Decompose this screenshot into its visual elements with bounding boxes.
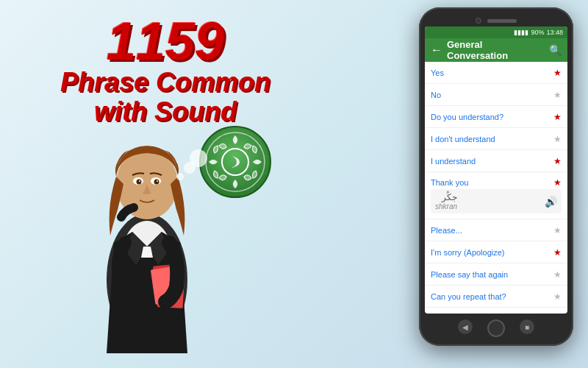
phrase-text: Please... <box>431 226 553 235</box>
star-icon[interactable]: ★ <box>553 225 562 236</box>
list-item[interactable]: I don't understand ★ <box>425 128 567 150</box>
romanized-text: shkran <box>435 202 457 210</box>
expanded-translation: جكُر shkran 🔊 <box>431 189 562 213</box>
phone-speaker <box>487 19 517 23</box>
translation-content: جكُر shkran <box>435 192 457 210</box>
svg-point-11 <box>157 180 158 182</box>
status-bar: ▮▮▮▮ 90% 13:48 <box>425 26 567 38</box>
list-item[interactable]: I'm sorry (Apologize) ★ <box>425 241 567 263</box>
app-title-number: 1159 <box>22 15 309 68</box>
audio-icon[interactable]: 🔊 <box>545 196 557 208</box>
star-icon[interactable]: ★ <box>553 90 562 100</box>
phrase-text: Yes <box>431 68 553 77</box>
phrase-list[interactable]: Yes ★ No ★ Do you understand? ★ I don't … <box>425 62 567 314</box>
phrase-text: I'm sorry (Apologize) <box>431 248 553 257</box>
star-icon[interactable]: ★ <box>553 68 562 78</box>
star-icon[interactable]: ★ <box>553 177 562 188</box>
phone-body: ▮▮▮▮ 90% 13:48 ← General Conversation 🔍 … <box>419 7 573 346</box>
svg-point-10 <box>154 180 159 185</box>
search-icon[interactable]: 🔍 <box>549 44 562 56</box>
app-nav-bar: ← General Conversation 🔍 <box>425 38 567 62</box>
screen-title: General Conversation <box>447 39 545 61</box>
arabic-text: جكُر <box>435 192 457 202</box>
star-icon[interactable]: ★ <box>553 269 562 280</box>
phrase-row: Thank you ★ <box>431 177 562 188</box>
phone-screen: ▮▮▮▮ 90% 13:48 ← General Conversation 🔍 … <box>425 26 567 314</box>
star-icon[interactable]: ★ <box>553 291 562 302</box>
phone-camera <box>476 18 481 24</box>
list-item[interactable]: No ★ <box>425 84 567 106</box>
phrase-text: I understand <box>431 157 553 166</box>
list-item-expanded[interactable]: Thank you ★ جكُر shkran 🔊 <box>425 172 567 219</box>
person-figure <box>74 88 220 353</box>
phone-bottom-hardware: ◀ ■ <box>425 314 567 340</box>
svg-point-7 <box>137 180 142 185</box>
phone-back-btn[interactable]: ◀ <box>458 319 473 334</box>
svg-point-18 <box>190 149 207 167</box>
phrase-text: I don't understand <box>431 135 553 144</box>
phone-top-hardware <box>425 13 567 26</box>
back-button[interactable]: ← <box>431 43 442 57</box>
star-icon[interactable]: ★ <box>553 112 562 122</box>
phrase-text: Please say that again <box>431 270 553 279</box>
svg-point-16 <box>176 173 184 180</box>
phone-home-btn[interactable] <box>487 319 505 337</box>
list-item[interactable]: Can you repeat that? ★ <box>425 286 567 308</box>
phrase-text: Thank you <box>431 178 553 187</box>
battery-status: 90% <box>531 29 544 36</box>
phrase-text: Can you repeat that? <box>431 292 553 301</box>
phone-container: ▮▮▮▮ 90% 13:48 ← General Conversation 🔍 … <box>419 7 573 353</box>
status-time: 13:48 <box>546 29 563 36</box>
star-icon[interactable]: ★ <box>553 134 562 144</box>
list-item[interactable]: Yes ★ <box>425 62 567 84</box>
list-item[interactable]: Please... ★ <box>425 219 567 241</box>
star-icon[interactable]: ★ <box>553 156 562 166</box>
signal-icon: ▮▮▮▮ <box>514 29 528 36</box>
list-item[interactable]: I understand ★ <box>425 150 567 172</box>
list-item[interactable]: Please say that again ★ <box>425 263 567 286</box>
svg-point-8 <box>139 180 140 182</box>
list-item[interactable]: Do you understand? ★ <box>425 106 567 128</box>
phone-menu-btn[interactable]: ■ <box>520 319 534 334</box>
phrase-text: No <box>431 91 553 99</box>
star-icon[interactable]: ★ <box>553 247 562 258</box>
phrase-text: Do you understand? <box>431 113 553 121</box>
